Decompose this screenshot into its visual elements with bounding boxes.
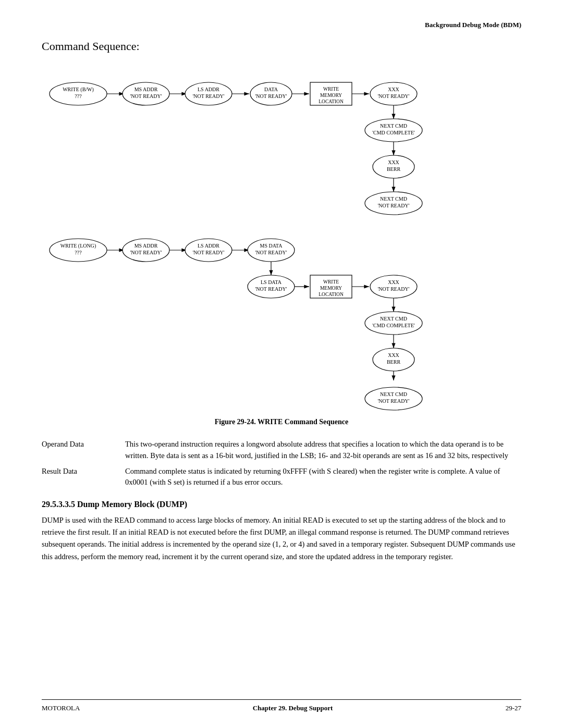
svg-text:LOCATION: LOCATION xyxy=(319,292,344,297)
svg-text:MS DATA: MS DATA xyxy=(260,243,283,249)
svg-text:'NOT READY': 'NOT READY' xyxy=(378,398,410,404)
svg-text:NEXT CMD: NEXT CMD xyxy=(380,316,407,322)
svg-text:'CMD COMPLETE': 'CMD COMPLETE' xyxy=(372,130,415,135)
operand-data-row: Operand Data This two-operand instructio… xyxy=(42,437,521,464)
svg-text:MEMORY: MEMORY xyxy=(320,93,342,98)
svg-text:???: ??? xyxy=(75,93,82,99)
svg-text:'NOT READY': 'NOT READY' xyxy=(255,93,287,99)
svg-text:WRITE (B/W): WRITE (B/W) xyxy=(63,87,94,93)
result-data-row: Result Data Command complete status is i… xyxy=(42,464,521,491)
svg-text:BERR: BERR xyxy=(387,166,400,172)
svg-text:LOCATION: LOCATION xyxy=(319,99,344,104)
footer-center: Chapter 29. Debug Support xyxy=(253,704,333,712)
svg-text:'NOT READY': 'NOT READY' xyxy=(193,93,225,99)
svg-text:'NOT READY': 'NOT READY' xyxy=(130,250,162,255)
svg-text:NEXT CMD: NEXT CMD xyxy=(380,196,407,202)
page: Background Debug Mode (BDM) Command Sequ… xyxy=(0,0,563,728)
svg-text:WRITE: WRITE xyxy=(323,279,339,285)
write-command-diagram: WRITE (B/W) ??? MS ADDR 'NOT READY' LS A… xyxy=(42,63,521,386)
section-title: Command Sequence: xyxy=(42,40,521,53)
svg-text:NEXT CMD: NEXT CMD xyxy=(380,123,407,129)
svg-text:???: ??? xyxy=(75,250,82,255)
svg-text:XXX: XXX xyxy=(388,352,399,358)
svg-text:MS ADDR: MS ADDR xyxy=(134,243,158,249)
svg-text:'NOT READY': 'NOT READY' xyxy=(130,93,162,99)
svg-text:MS ADDR: MS ADDR xyxy=(134,87,158,92)
page-header: Background Debug Mode (BDM) xyxy=(42,21,521,29)
diagram-container: WRITE (B/W) ??? MS ADDR 'NOT READY' LS A… xyxy=(42,63,521,412)
svg-text:'NOT READY': 'NOT READY' xyxy=(255,286,287,292)
svg-text:WRITE (LONG): WRITE (LONG) xyxy=(60,243,96,249)
svg-text:'NOT READY': 'NOT READY' xyxy=(378,286,410,292)
svg-text:'NOT READY': 'NOT READY' xyxy=(193,250,225,255)
svg-text:LS ADDR: LS ADDR xyxy=(198,87,219,92)
svg-text:NEXT CMD: NEXT CMD xyxy=(380,391,407,397)
footer-left: MOTOROLA xyxy=(42,704,80,712)
svg-text:'NOT READY': 'NOT READY' xyxy=(378,93,410,99)
figure-caption: Figure 29-24. WRITE Command Sequence xyxy=(42,418,521,426)
svg-text:BERR: BERR xyxy=(387,359,400,365)
svg-text:MEMORY: MEMORY xyxy=(320,286,342,291)
svg-text:LS ADDR: LS ADDR xyxy=(198,243,219,249)
subsection-title: 29.5.3.3.5 Dump Memory Block (DUMP) xyxy=(42,500,521,509)
result-data-label: Result Data xyxy=(42,464,125,491)
body-paragraph: DUMP is used with the READ command to ac… xyxy=(42,514,521,563)
svg-text:DATA: DATA xyxy=(264,87,278,92)
svg-text:'NOT READY': 'NOT READY' xyxy=(378,203,410,208)
operand-data-text: This two-operand instruction requires a … xyxy=(125,437,521,464)
svg-text:XXX: XXX xyxy=(388,279,399,285)
svg-text:XXX: XXX xyxy=(388,159,399,165)
page-footer: MOTOROLA Chapter 29. Debug Support 29-27 xyxy=(42,699,521,712)
description-table: Operand Data This two-operand instructio… xyxy=(42,437,521,490)
svg-text:'CMD COMPLETE': 'CMD COMPLETE' xyxy=(372,323,415,328)
figure-caption-bold: Figure 29-24. WRITE Command Sequence xyxy=(215,418,349,426)
svg-text:LS DATA: LS DATA xyxy=(261,279,282,285)
footer-right: 29-27 xyxy=(506,704,521,712)
svg-text:'NOT READY': 'NOT READY' xyxy=(255,250,287,255)
svg-text:WRITE: WRITE xyxy=(323,87,339,92)
svg-text:XXX: XXX xyxy=(388,87,399,92)
operand-data-label: Operand Data xyxy=(42,437,125,464)
result-data-text: Command complete status is indicated by … xyxy=(125,464,521,491)
